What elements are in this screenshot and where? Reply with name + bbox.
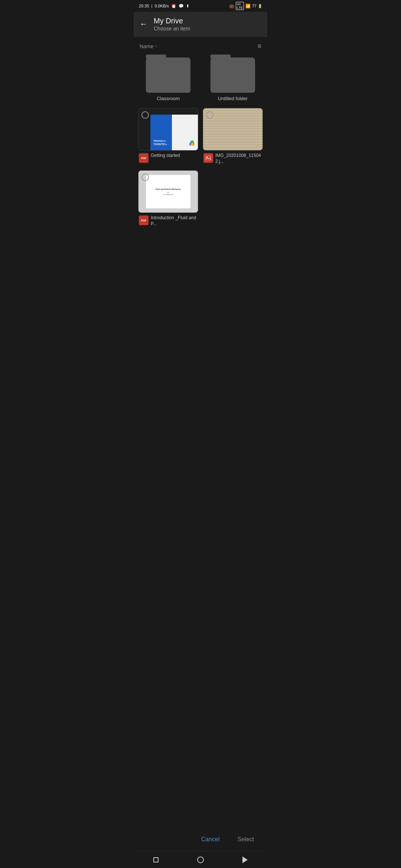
file-grid: Classroom Untitled folder Welcome toGoog…	[134, 54, 267, 230]
volte-icon: VoLTE	[236, 2, 244, 10]
folder-name-classroom: Classroom	[157, 96, 180, 102]
intro-pdf-by: by	[167, 191, 169, 193]
pdf-badge-getting-started: PDF	[139, 153, 149, 163]
folder-item-untitled[interactable]: Untitled folder	[203, 57, 263, 102]
file-item-intro-fluid[interactable]: Fluid and Particle Mechanics by Dr. Vikk…	[138, 170, 198, 227]
whatsapp-icon: 💬	[179, 4, 184, 9]
svg-rect-4	[206, 156, 211, 160]
folder-name-untitled: Untitled folder	[218, 96, 248, 102]
header-text: My Drive Choose an item	[154, 16, 190, 32]
file-name-img: IMG_20201008_115042.j...	[215, 153, 262, 164]
alarm-icon: ⏰	[171, 4, 176, 9]
file-select-radio-img[interactable]	[206, 111, 213, 119]
folder-thumb-untitled	[211, 57, 255, 93]
file-thumb-intro-fluid: Fluid and Particle Mechanics by Dr. Vikk…	[138, 170, 198, 213]
battery-level: 77	[252, 4, 257, 8]
file-thumb-getting-started: Welcome toGoogle Drive	[138, 108, 198, 151]
page-title: My Drive	[154, 16, 190, 25]
status-network: |	[151, 4, 153, 8]
file-item-img[interactable]: IMG_20201008_115042.j...	[203, 108, 263, 164]
intro-pdf-preview: Fluid and Particle Mechanics by Dr. Vikk…	[146, 175, 190, 208]
status-right: 💼 VoLTE 📶 77 🔋	[229, 2, 262, 10]
file-name-row-intro-fluid: PDF Introduction _Fluid and P...	[138, 215, 198, 227]
pdf-preview-getting-started: Welcome toGoogle Drive	[150, 115, 198, 150]
file-name-row-img: IMG_20201008_115042.j...	[203, 153, 263, 164]
signal-icon: 📶	[245, 4, 251, 9]
intro-pdf-doc-title: Fluid and Particle Mechanics	[156, 188, 181, 191]
folder-item-classroom[interactable]: Classroom	[138, 57, 198, 102]
sort-name-label: Name	[140, 43, 153, 49]
battery-indicator: 77 🔋	[252, 4, 262, 8]
drive-logo-icon	[189, 141, 196, 147]
sort-bar: Name ↑ ≡	[134, 37, 267, 54]
file-select-radio-getting-started[interactable]	[141, 111, 149, 119]
file-name-intro-fluid: Introduction _Fluid and P...	[151, 215, 198, 227]
file-name-row-getting-started: PDF Getting started	[138, 153, 198, 163]
list-view-icon[interactable]: ≡	[257, 42, 261, 50]
intro-pdf-author: Dr. Vikky Anand	[163, 194, 173, 195]
file-thumb-img	[203, 108, 263, 151]
folder-thumb-classroom	[146, 57, 190, 93]
file-item-getting-started[interactable]: Welcome toGoogle Drive PDF Getting start…	[138, 108, 198, 164]
img-badge	[203, 153, 213, 163]
header: ← My Drive Choose an item	[134, 12, 267, 37]
back-button[interactable]: ←	[140, 20, 148, 28]
page-subtitle: Choose an item	[154, 25, 190, 32]
briefcase-icon: 💼	[229, 4, 234, 9]
upload-icon: ⬆	[186, 4, 189, 9]
sort-direction-icon: ↑	[155, 44, 157, 49]
image-icon	[206, 156, 211, 160]
file-name-getting-started: Getting started	[151, 153, 198, 159]
status-network-speed: 0.0KB/s	[154, 4, 169, 8]
status-bar: 20:35 | 0.0KB/s ⏰ 💬 ⬆ 💼 VoLTE 📶 77 🔋	[134, 0, 267, 12]
pdf-badge-intro-fluid: PDF	[139, 216, 149, 225]
status-time: 20:35	[139, 4, 149, 8]
sort-label[interactable]: Name ↑	[140, 43, 157, 49]
status-left: 20:35 | 0.0KB/s ⏰ 💬 ⬆	[139, 4, 189, 9]
